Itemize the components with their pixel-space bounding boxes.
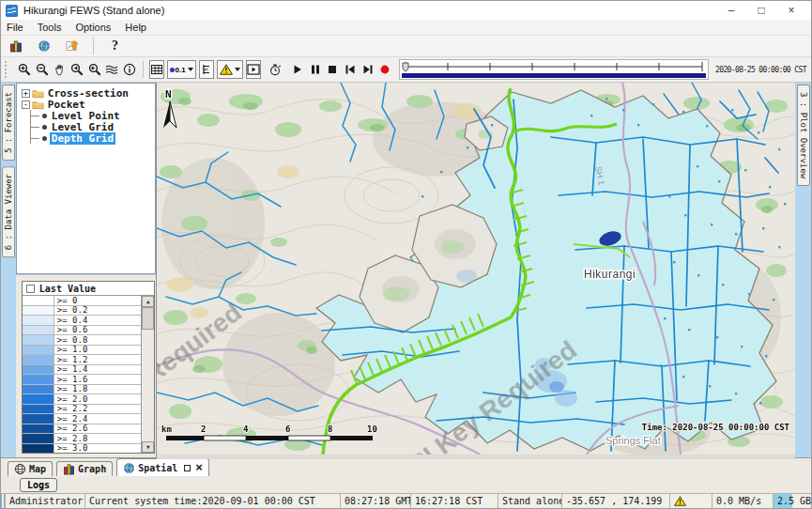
status-bar: Administrator Current system time:2020-0… <box>1 493 811 508</box>
folder-icon <box>32 100 44 110</box>
layer-panel: + Cross-section - Pocket Level Point <box>16 83 157 457</box>
timeline-thumb <box>403 63 408 71</box>
bullet-icon <box>42 125 47 130</box>
status-local-time: 16:27:18 CST <box>411 494 498 508</box>
menu-help[interactable]: Help <box>125 22 146 33</box>
legend-swatch <box>23 346 54 355</box>
legend-swatch <box>23 335 54 345</box>
stop-button[interactable] <box>326 60 341 79</box>
restore-icon[interactable] <box>184 465 191 471</box>
status-warning[interactable] <box>670 494 712 508</box>
pause-icon <box>309 63 322 76</box>
status-memory: 2.5 GB <box>774 494 811 508</box>
tree-item-level-point[interactable]: Level Point <box>17 110 155 121</box>
map-view[interactable]: API Key Required API Key Required Hikura… <box>157 83 795 457</box>
warning-dropdown[interactable] <box>217 60 243 79</box>
tab-plot-overview[interactable]: 3 : Plot Overview <box>797 85 810 186</box>
animation-timer-button[interactable] <box>268 60 283 79</box>
menu-file[interactable]: File <box>7 22 23 33</box>
layers-button[interactable] <box>104 60 119 79</box>
globe-icon <box>123 462 135 474</box>
spatial-display-button[interactable] <box>62 37 82 55</box>
tab-forecast[interactable]: 5 : Forecast <box>2 85 15 161</box>
profile-icon <box>200 63 213 76</box>
scrollbar-thumb[interactable] <box>142 307 154 330</box>
toolbar-grip[interactable] <box>5 61 10 78</box>
info-button[interactable] <box>122 60 137 79</box>
play-button[interactable] <box>290 60 305 79</box>
pause-button[interactable] <box>308 60 323 79</box>
map-canvas[interactable]: API Key Required API Key Required Hikura… <box>157 83 795 459</box>
toolbar-separator <box>93 38 94 54</box>
help-button[interactable]: ? <box>105 37 125 55</box>
legend-swatch <box>23 385 54 394</box>
legend-swatch <box>23 326 54 335</box>
status-network-rate: 0.0 MB/s <box>712 494 774 508</box>
bullet-icon <box>42 114 47 118</box>
maximize-button[interactable]: □ <box>746 1 776 20</box>
scroll-up-icon[interactable]: ▲ <box>142 296 154 307</box>
movie-player-button[interactable] <box>246 60 261 79</box>
expand-icon[interactable]: + <box>22 89 30 98</box>
chart-columns-icon <box>63 463 75 475</box>
tab-label: Graph <box>78 464 106 474</box>
zoom-previous-button[interactable] <box>69 60 84 79</box>
tab-map[interactable]: Map <box>8 461 53 476</box>
label-hikurangi: Hikurangi <box>584 268 636 281</box>
legend-row: >= 2.8 <box>23 434 141 444</box>
legend-row: >= 2.4 <box>23 414 141 424</box>
timer-icon <box>268 63 282 76</box>
last-value-checkbox[interactable] <box>26 285 35 293</box>
tree-guide <box>30 121 41 132</box>
status-coordinates: -35.657 , 174.199 <box>562 494 670 508</box>
tree-item-level-grid[interactable]: Level Grid <box>17 121 155 132</box>
legend-row: >= 1.4 <box>23 365 141 376</box>
grid-display-button[interactable] <box>149 60 164 79</box>
globe-icon <box>38 39 51 53</box>
menu-options[interactable]: Options <box>75 22 111 33</box>
grid-icon <box>150 63 163 76</box>
zoom-next-button[interactable] <box>87 60 102 79</box>
warning-icon <box>220 64 233 75</box>
close-icon[interactable]: × <box>195 463 203 472</box>
window-title: Hikurangi FEWS (Stand alone) <box>23 5 164 16</box>
bullet-icon <box>42 136 47 141</box>
legend-row: >= 0.8 <box>23 335 141 346</box>
scroll-down-icon[interactable]: ▼ <box>142 441 154 453</box>
pan-button[interactable] <box>53 60 68 79</box>
legend-swatch <box>23 316 54 325</box>
legend-row: >= 2.0 <box>23 394 141 405</box>
menu-tools[interactable]: Tools <box>38 22 62 33</box>
legend-row: >= 0.4 <box>23 316 141 326</box>
zoom-in-button[interactable] <box>17 60 32 79</box>
label-springs-flat: Springs Flat <box>605 435 661 446</box>
menu-bar: File Tools Options Help <box>1 20 811 36</box>
database-viewer-button[interactable] <box>6 37 25 55</box>
map-display-button[interactable] <box>34 37 54 55</box>
legend-swatch <box>23 355 54 364</box>
movie-player-icon <box>247 63 260 76</box>
longitudinal-profile-button[interactable] <box>199 60 214 79</box>
tree-item-pocket[interactable]: - Pocket <box>17 99 155 110</box>
step-forward-button[interactable] <box>360 60 375 79</box>
minimize-button[interactable]: – <box>716 1 746 20</box>
timeline-slider[interactable] <box>399 59 709 80</box>
legend-swatch <box>23 434 54 443</box>
legend-scrollbar[interactable]: ▲ ▼ <box>141 296 154 453</box>
collapse-icon[interactable]: - <box>22 100 30 109</box>
svg-text:4: 4 <box>243 424 249 434</box>
tab-data-viewer[interactable]: 6 : Data Viewer <box>2 166 15 257</box>
tree-item-depth-grid[interactable]: Depth Grid <box>17 132 155 144</box>
close-button[interactable]: × <box>776 1 806 20</box>
legend-swatch <box>23 375 54 384</box>
tab-spatial[interactable]: Spatial × <box>116 458 209 476</box>
zoom-out-button[interactable] <box>35 60 50 79</box>
tree-item-cross-section[interactable]: + Cross-section <box>17 87 155 99</box>
tab-graph[interactable]: Graph <box>56 461 113 476</box>
logs-button[interactable]: Logs <box>20 478 57 492</box>
step-back-button[interactable] <box>343 60 358 79</box>
status-system-time: Current system time:2020-09-01 00:00 CST <box>85 494 341 508</box>
record-button[interactable] <box>377 60 392 79</box>
legend-row: >= 1.8 <box>23 385 141 395</box>
threshold-value-dropdown[interactable]: 0.1 <box>167 60 196 79</box>
